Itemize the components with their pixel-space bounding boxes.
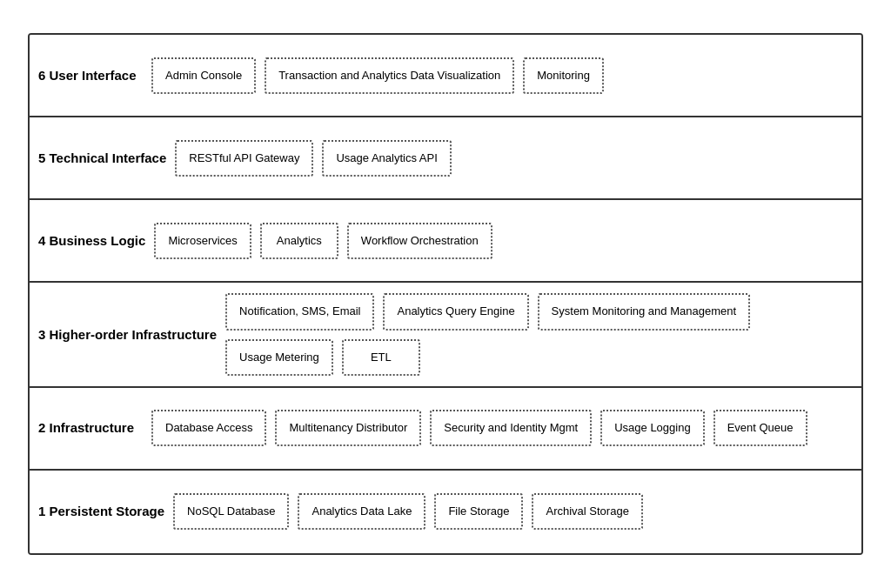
layer6-components: Admin ConsoleTransaction and Analytics D… <box>151 57 853 94</box>
analytics-data-lake: Analytics Data Lake <box>298 493 425 530</box>
analytics: Analytics <box>260 223 338 259</box>
transaction-analytics: Transaction and Analytics Data Visualiza… <box>265 57 514 94</box>
layer4-components: MicroservicesAnalyticsWorkflow Orchestra… <box>154 223 853 259</box>
usage-logging: Usage Logging <box>600 410 704 446</box>
file-storage: File Storage <box>434 493 523 530</box>
archival-storage: Archival Storage <box>532 493 642 530</box>
layer4-label: 4 Business Logic <box>38 232 154 250</box>
multitenancy-distributor: Multitenancy Distributor <box>275 410 421 446</box>
layer2-components: Database AccessMultitenancy DistributorS… <box>151 410 853 446</box>
layer3: 3 Higher-order InfrastructureNotificatio… <box>30 283 861 387</box>
event-queue: Event Queue <box>713 410 807 446</box>
usage-metering: Usage Metering <box>225 339 333 376</box>
nosql-database: NoSQL Database <box>173 493 289 530</box>
workflow-orchestration: Workflow Orchestration <box>347 223 492 259</box>
layer1-components: NoSQL DatabaseAnalytics Data LakeFile St… <box>173 493 853 530</box>
system-monitoring: System Monitoring and Management <box>538 293 750 330</box>
etl: ETL <box>342 339 420 376</box>
layer1: 1 Persistent StorageNoSQL DatabaseAnalyt… <box>30 471 861 553</box>
layer2: 2 InfrastructureDatabase AccessMultitena… <box>30 388 861 471</box>
layer5-components: RESTful API GatewayUsage Analytics API <box>175 140 853 177</box>
database-access: Database Access <box>151 410 266 446</box>
analytics-query-engine: Analytics Query Engine <box>383 293 528 330</box>
layer6-label: 6 User Interface <box>38 67 151 84</box>
layer3-components: Notification, SMS, EmailAnalytics Query … <box>225 293 853 375</box>
monitoring: Monitoring <box>523 57 604 94</box>
restful-api: RESTful API Gateway <box>175 140 313 177</box>
layer5: 5 Technical InterfaceRESTful API Gateway… <box>30 117 861 200</box>
notification-sms-email: Notification, SMS, Email <box>225 293 374 330</box>
layer3-label: 3 Higher-order Infrastructure <box>38 326 225 344</box>
layer6: 6 User InterfaceAdmin ConsoleTransaction… <box>30 35 861 117</box>
security-identity: Security and Identity Mgmt <box>430 410 592 446</box>
layer5-label: 5 Technical Interface <box>38 150 175 167</box>
microservices: Microservices <box>154 223 251 259</box>
layer2-label: 2 Infrastructure <box>38 419 151 437</box>
layer4: 4 Business LogicMicroservicesAnalyticsWo… <box>30 200 861 283</box>
usage-analytics-api: Usage Analytics API <box>322 140 451 177</box>
admin-console: Admin Console <box>151 57 256 94</box>
layer1-label: 1 Persistent Storage <box>38 503 173 520</box>
architecture-diagram: 6 User InterfaceAdmin ConsoleTransaction… <box>28 33 863 554</box>
